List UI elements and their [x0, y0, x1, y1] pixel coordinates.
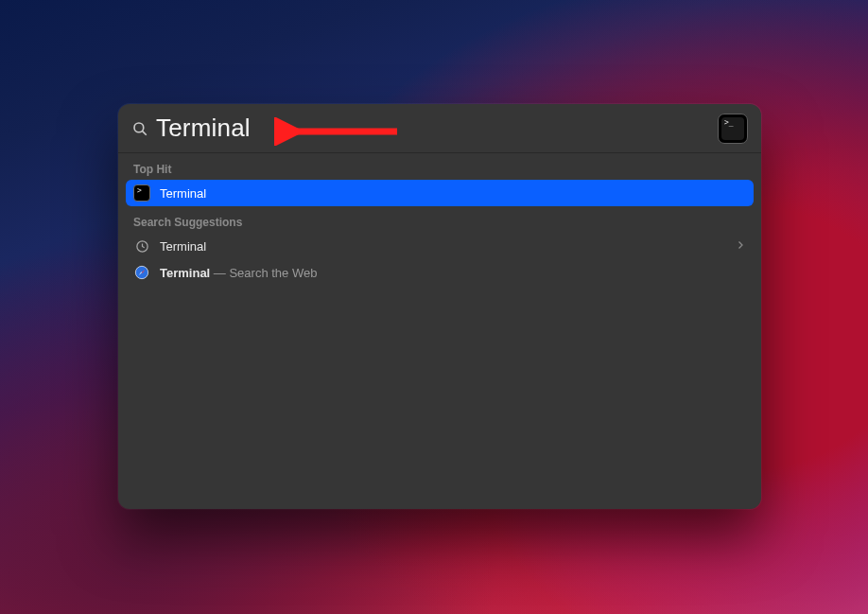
result-label: Terminal	[160, 239, 206, 254]
result-top-hit-terminal[interactable]: Terminal	[126, 180, 754, 206]
result-suggestion-search-web[interactable]: Terminal — Search the Web	[126, 259, 754, 286]
recent-icon	[133, 237, 150, 254]
spotlight-window: Top Hit Terminal Search Suggestions Term…	[118, 104, 761, 509]
chevron-right-icon	[735, 239, 746, 254]
search-bar	[118, 104, 761, 153]
result-preview-icon	[718, 114, 748, 144]
section-header-suggestions: Search Suggestions	[126, 212, 754, 233]
result-label: Terminal — Search the Web	[160, 266, 317, 280]
result-label-suffix: — Search the Web	[210, 266, 317, 280]
search-icon	[131, 120, 148, 137]
results-panel: Top Hit Terminal Search Suggestions Term…	[118, 153, 761, 509]
search-input[interactable]	[156, 114, 718, 143]
result-label: Terminal	[160, 186, 206, 201]
desktop-background: Top Hit Terminal Search Suggestions Term…	[0, 0, 868, 614]
result-suggestion-terminal[interactable]: Terminal	[126, 233, 754, 259]
result-label-bold: Terminal	[160, 266, 210, 280]
section-header-top-hit: Top Hit	[126, 159, 754, 180]
svg-point-0	[134, 123, 144, 132]
safari-icon	[133, 264, 150, 281]
terminal-app-icon	[133, 184, 150, 202]
svg-line-1	[143, 131, 147, 134]
